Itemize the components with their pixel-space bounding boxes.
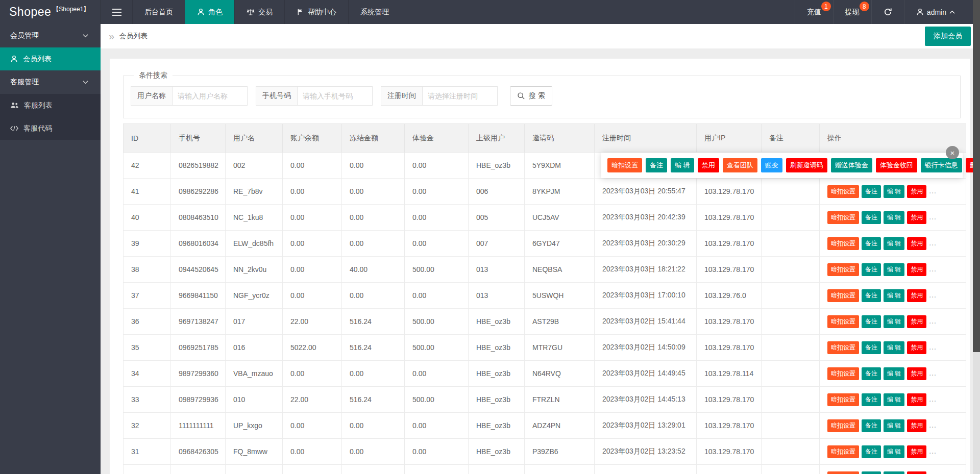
sidebar-group[interactable]: 会员管理	[0, 24, 101, 47]
chevron-up-icon	[949, 10, 955, 14]
action-button[interactable]: 刷新邀请码	[786, 158, 827, 172]
action-button[interactable]: 备注	[862, 211, 881, 224]
more-actions[interactable]: ...	[929, 239, 937, 247]
action-button[interactable]: 禁用	[907, 419, 926, 432]
action-button[interactable]: 备注	[862, 341, 881, 354]
nav-item[interactable]: 帮助中心	[284, 0, 348, 24]
popup-close-button[interactable]: ×	[946, 146, 959, 159]
action-button[interactable]: 暗扣设置	[827, 185, 859, 198]
action-button[interactable]: 暗扣设置	[607, 158, 642, 172]
more-actions[interactable]: ...	[929, 369, 937, 377]
action-button[interactable]: 银行卡信息	[921, 158, 962, 172]
action-button[interactable]: 禁用	[907, 367, 926, 380]
sidebar-item[interactable]: 客服代码	[0, 117, 101, 140]
action-button[interactable]: 禁用	[907, 341, 926, 354]
action-button[interactable]: 禁用	[907, 315, 926, 328]
action-button[interactable]: 编 辑	[884, 315, 904, 328]
cell-ip: 103.129.78.170	[697, 231, 762, 257]
table-header-cell: 用户名	[226, 124, 283, 153]
action-button[interactable]: 编 辑	[884, 341, 904, 354]
action-button[interactable]: 暗扣设置	[827, 445, 859, 458]
action-button[interactable]: 禁用	[698, 158, 719, 172]
action-button[interactable]: 禁用	[907, 237, 926, 250]
action-button[interactable]: 禁用	[907, 211, 926, 224]
more-actions[interactable]: ...	[929, 187, 937, 195]
action-button[interactable]: 备注	[862, 237, 881, 250]
action-button[interactable]: 暗扣设置	[827, 237, 859, 250]
action-button[interactable]: 编 辑	[884, 263, 904, 276]
sidebar-group[interactable]: 客服管理	[0, 70, 101, 94]
more-actions[interactable]: ...	[929, 317, 937, 325]
action-button[interactable]: 备注	[862, 315, 881, 328]
action-button[interactable]: 赠送体验金	[831, 158, 872, 172]
action-button[interactable]: 账变	[761, 158, 782, 172]
action-button[interactable]: 备注	[862, 263, 881, 276]
action-button[interactable]: 体验金收回	[876, 158, 917, 172]
action-button[interactable]: 暗扣设置	[827, 211, 859, 224]
action-button[interactable]: 暗扣设置	[827, 263, 859, 276]
action-button[interactable]: 暗扣设置	[827, 471, 859, 474]
action-button[interactable]: 备注	[646, 158, 667, 172]
action-button[interactable]: 禁用	[907, 263, 926, 276]
action-button[interactable]: 备注	[862, 185, 881, 198]
action-button[interactable]: 编 辑	[884, 237, 904, 250]
more-actions[interactable]: ...	[929, 265, 937, 273]
more-actions[interactable]: ...	[929, 447, 937, 455]
more-actions[interactable]: ...	[929, 213, 937, 221]
scrollbar-thumb[interactable]	[973, 0, 980, 352]
action-button[interactable]: 编 辑	[671, 158, 694, 172]
refresh-button[interactable]	[871, 0, 904, 24]
action-button[interactable]: 禁用	[907, 185, 926, 198]
search-button[interactable]: 搜 索	[510, 86, 552, 106]
more-actions[interactable]: ...	[929, 343, 937, 351]
nav-item[interactable]: 角色	[185, 0, 234, 24]
table-header-cell: 邀请码	[525, 124, 595, 153]
action-button[interactable]: 备注	[862, 445, 881, 458]
recharge-button[interactable]: 充值 1	[795, 0, 833, 24]
more-actions[interactable]: ...	[929, 291, 937, 299]
nav-item[interactable]: 系统管理	[348, 0, 401, 24]
action-button[interactable]: 查看团队	[723, 158, 757, 172]
withdraw-button[interactable]: 提现 8	[833, 0, 871, 24]
more-actions[interactable]: ...	[929, 395, 937, 403]
action-button[interactable]: 禁用	[907, 445, 926, 458]
action-button[interactable]: 禁用	[907, 393, 926, 406]
menu-toggle-button[interactable]	[101, 0, 132, 24]
nav-item[interactable]: 后台首页	[132, 0, 185, 24]
action-button[interactable]: 编 辑	[884, 185, 904, 198]
action-button[interactable]: 禁用	[907, 471, 926, 474]
search-field-input[interactable]	[298, 86, 373, 106]
sidebar-item[interactable]: 客服列表	[0, 94, 101, 117]
action-button[interactable]: 暗扣设置	[827, 419, 859, 432]
action-button[interactable]: 编 辑	[884, 471, 904, 474]
cell-phone: 0808463510	[171, 205, 226, 231]
action-button[interactable]: 备注	[862, 367, 881, 380]
action-button[interactable]: 暗扣设置	[827, 393, 859, 406]
action-button[interactable]: 编 辑	[884, 419, 904, 432]
action-button[interactable]: 编 辑	[884, 211, 904, 224]
action-button[interactable]: 删除	[966, 158, 973, 172]
page-scrollbar[interactable]	[973, 0, 980, 474]
action-button[interactable]: 暗扣设置	[827, 367, 859, 380]
search-field-input[interactable]	[173, 86, 248, 106]
action-button[interactable]: 备注	[862, 289, 881, 302]
nav-right: 充值 1 提现 8 admin	[795, 0, 967, 24]
more-actions[interactable]: ...	[929, 421, 937, 429]
action-button[interactable]: 编 辑	[884, 367, 904, 380]
action-button[interactable]: 禁用	[907, 289, 926, 302]
action-button[interactable]: 暗扣设置	[827, 289, 859, 302]
action-button[interactable]: 暗扣设置	[827, 341, 859, 354]
user-menu[interactable]: admin	[904, 0, 967, 24]
action-button[interactable]: 编 辑	[884, 289, 904, 302]
action-button[interactable]: 备注	[862, 471, 881, 474]
action-button[interactable]: 编 辑	[884, 393, 904, 406]
sidebar-item[interactable]: 会员列表	[0, 47, 101, 70]
add-member-button[interactable]: 添加会员	[925, 27, 971, 46]
nav-item[interactable]: 交易	[234, 0, 284, 24]
action-button[interactable]: 备注	[862, 393, 881, 406]
action-button[interactable]: 编 辑	[884, 445, 904, 458]
cell-frozen: 516.24	[342, 335, 405, 361]
search-field-input[interactable]	[423, 86, 498, 106]
action-button[interactable]: 暗扣设置	[827, 315, 859, 328]
action-button[interactable]: 备注	[862, 419, 881, 432]
